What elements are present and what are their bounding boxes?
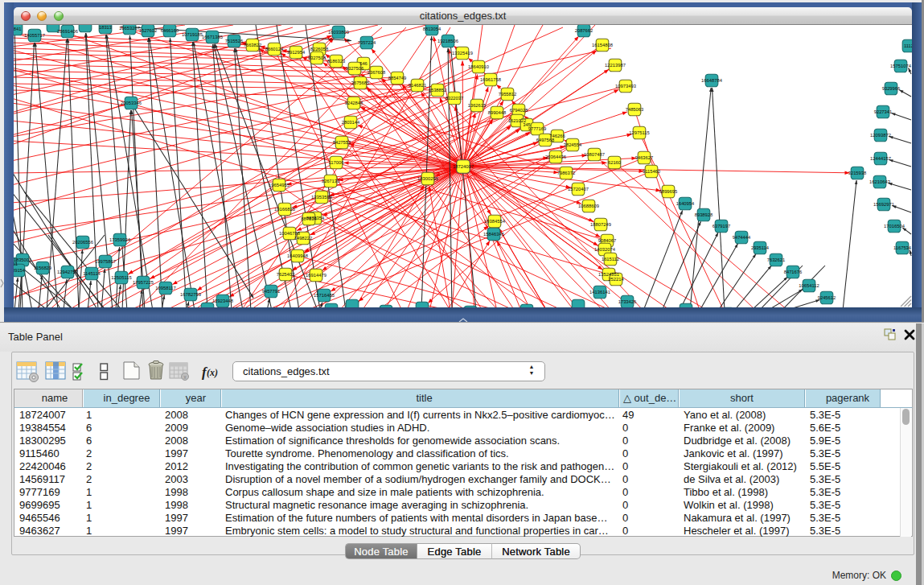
svg-text:(x): (x) [207, 367, 218, 378]
svg-text:1156829: 1156829 [34, 266, 51, 270]
svg-text:18300295: 18300295 [417, 176, 438, 181]
svg-text:12923448: 12923448 [212, 299, 233, 303]
svg-text:9327508: 9327508 [308, 56, 326, 60]
svg-text:7663822: 7663822 [244, 43, 262, 47]
svg-text:7625402: 7625402 [277, 272, 295, 277]
svg-text:15720407: 15720407 [568, 187, 589, 192]
svg-text:2935114: 2935114 [751, 245, 770, 250]
svg-text:15692971: 15692971 [873, 202, 894, 207]
svg-text:9327506: 9327506 [346, 66, 364, 71]
svg-text:9115460: 9115460 [643, 169, 660, 174]
svg-text:1167534: 1167534 [893, 245, 912, 250]
svg-text:20053346: 20053346 [121, 101, 142, 105]
svg-text:16409948: 16409948 [287, 253, 308, 258]
svg-text:17957225: 17957225 [133, 280, 154, 285]
svg-text:7485063: 7485063 [626, 107, 644, 112]
svg-text:16154808: 16154808 [592, 43, 613, 47]
svg-text:16210643: 16210643 [869, 179, 890, 184]
svg-text:15751074: 15751074 [890, 64, 912, 68]
svg-text:15716485: 15716485 [314, 293, 335, 298]
svg-text:9777169: 9777169 [528, 126, 547, 131]
svg-text:1615112: 1615112 [602, 257, 619, 262]
svg-text:8854749: 8854749 [388, 76, 407, 80]
svg-text:16648784: 16648784 [701, 78, 723, 83]
svg-text:18640910: 18640910 [468, 64, 489, 69]
svg-text:9245612: 9245612 [818, 295, 836, 300]
svg-text:9457791: 9457791 [262, 289, 281, 294]
svg-text:12505115: 12505115 [111, 275, 131, 280]
svg-text:20691406: 20691406 [57, 29, 78, 34]
svg-text:18313: 18313 [99, 25, 112, 30]
svg-text:12093872: 12093872 [870, 133, 891, 138]
svg-text:7955812: 7955812 [499, 92, 517, 97]
svg-text:14055717: 14055717 [24, 33, 45, 38]
svg-text:7986372: 7986372 [557, 171, 576, 175]
svg-text:10688609: 10688609 [578, 204, 599, 208]
svg-text:10654112: 10654112 [799, 283, 819, 288]
svg-text:9474444: 9474444 [733, 235, 751, 240]
svg-text:3675685: 3675685 [351, 80, 370, 85]
svg-text:12942757: 12942757 [57, 270, 78, 274]
svg-text:15846345: 15846345 [483, 232, 504, 237]
svg-text:12444157: 12444157 [870, 156, 891, 161]
svg-text:2803144: 2803144 [342, 120, 360, 125]
svg-text:1498222: 1498222 [294, 236, 313, 241]
svg-text:20364436: 20364436 [545, 154, 566, 159]
svg-text:7515526: 7515526 [225, 39, 244, 43]
svg-text:8322037: 8322037 [446, 96, 464, 101]
svg-text:117006: 117006 [329, 160, 344, 165]
svg-text:746266: 746266 [549, 134, 565, 138]
svg-text:9463627: 9463627 [635, 155, 654, 160]
svg-text:13353594: 13353594 [311, 195, 333, 200]
svg-text:16671385: 16671385 [202, 35, 223, 39]
svg-text:16033809: 16033809 [328, 30, 349, 35]
svg-text:17359924: 17359924 [109, 237, 131, 242]
svg-text:8813054: 8813054 [423, 27, 441, 31]
svg-text:16961758: 16961758 [480, 77, 501, 82]
svg-text:17016504: 17016504 [884, 224, 906, 229]
svg-text:19975867: 19975867 [95, 259, 116, 264]
svg-text:39154: 39154 [14, 268, 26, 273]
svg-text:16782759: 16782759 [180, 292, 201, 297]
svg-text:1527602: 1527602 [139, 28, 158, 33]
svg-text:1362615: 1362615 [468, 103, 487, 108]
svg-text:18807249: 18807249 [590, 222, 611, 227]
svg-text:3912954: 3912954 [287, 50, 306, 55]
svg-text:9242848: 9242848 [345, 101, 363, 105]
svg-text:7632621: 7632621 [767, 257, 786, 262]
svg-text:19654955: 19654955 [269, 183, 290, 187]
svg-text:19218506: 19218506 [437, 39, 458, 43]
svg-text:18724007: 18724007 [453, 164, 474, 169]
svg-text:12975115: 12975115 [629, 130, 649, 135]
svg-text:3824554: 3824554 [564, 142, 582, 147]
svg-text:1733426: 1733426 [618, 299, 637, 304]
svg-text:10807487: 10807487 [584, 152, 605, 157]
svg-text:9084067: 9084067 [598, 238, 617, 243]
svg-text:3267130: 3267130 [322, 179, 340, 183]
svg-text:62160: 62160 [608, 160, 621, 165]
svg-text:19166825: 19166825 [274, 207, 295, 212]
svg-text:10719185: 10719185 [182, 32, 203, 37]
svg-text:3215938: 3215938 [848, 171, 867, 175]
svg-text:1835001: 1835001 [14, 257, 31, 262]
svg-text:10958117: 10958117 [155, 286, 175, 290]
svg-text:8660124: 8660124 [265, 47, 284, 51]
svg-text:20206556: 20206556 [72, 240, 93, 245]
svg-text:7357224: 7357224 [358, 40, 376, 45]
svg-text:9146821: 9146821 [409, 83, 427, 88]
svg-text:16914479: 16914479 [306, 273, 326, 278]
svg-text:887834: 887834 [301, 216, 317, 221]
svg-text:6379197: 6379197 [713, 224, 731, 229]
svg-text:6466160: 6466160 [161, 28, 179, 33]
svg-text:8427552: 8427552 [333, 140, 351, 145]
svg-text:19384554: 19384554 [484, 219, 506, 224]
svg-text:14032074: 14032074 [594, 247, 616, 252]
svg-text:12213987: 12213987 [605, 63, 626, 68]
svg-text:8226058: 8226058 [310, 47, 329, 51]
svg-text:252214: 252214 [608, 277, 624, 282]
svg-text:8186323: 8186323 [327, 59, 346, 64]
svg-text:8990448: 8990448 [488, 110, 507, 115]
svg-text:8938928: 8938928 [695, 212, 713, 217]
svg-text:1841: 1841 [14, 27, 21, 31]
svg-text:1145114: 1145114 [83, 271, 101, 276]
